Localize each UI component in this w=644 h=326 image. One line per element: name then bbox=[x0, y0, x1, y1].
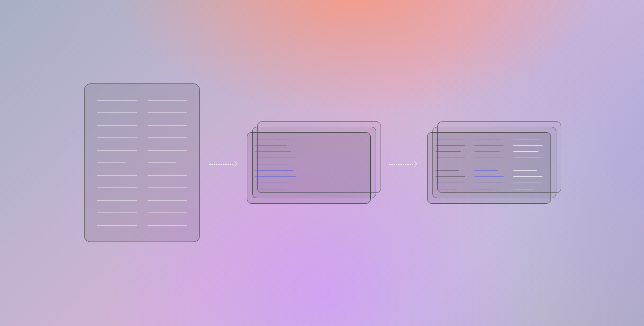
text-line bbox=[148, 150, 187, 150]
output-col-light bbox=[513, 139, 542, 197]
line-gap bbox=[513, 164, 542, 164]
output-col-accent bbox=[475, 139, 504, 197]
text-line bbox=[97, 188, 137, 188]
source-document bbox=[84, 84, 200, 242]
source-document-columns bbox=[97, 100, 187, 226]
text-line bbox=[148, 100, 187, 100]
text-line bbox=[436, 176, 465, 177]
text-line bbox=[148, 188, 187, 188]
line-gap bbox=[475, 164, 504, 164]
text-line bbox=[148, 125, 187, 125]
stack-layer-front bbox=[427, 132, 551, 204]
text-line bbox=[148, 213, 187, 213]
text-line bbox=[475, 139, 501, 139]
text-line bbox=[148, 175, 187, 176]
text-line bbox=[255, 164, 290, 164]
pipeline-diagram bbox=[0, 0, 644, 326]
text-line bbox=[513, 170, 537, 171]
source-document-col-right bbox=[148, 100, 187, 226]
text-line bbox=[97, 150, 137, 150]
text-line bbox=[255, 151, 291, 152]
output-col-dark bbox=[436, 139, 465, 197]
text-line bbox=[97, 113, 137, 113]
text-line bbox=[513, 158, 542, 158]
text-line bbox=[148, 113, 187, 113]
text-line bbox=[475, 151, 500, 152]
line-gap bbox=[436, 164, 465, 164]
text-line bbox=[513, 139, 540, 139]
text-line bbox=[97, 200, 137, 201]
text-line bbox=[475, 170, 498, 171]
text-line bbox=[148, 138, 187, 138]
text-line bbox=[475, 176, 504, 177]
stack-layer-front bbox=[247, 132, 371, 204]
output-content bbox=[436, 139, 542, 197]
text-line bbox=[436, 151, 461, 152]
arrow-head-icon bbox=[233, 162, 238, 167]
text-line bbox=[255, 170, 293, 171]
text-line bbox=[436, 139, 462, 139]
text-line bbox=[148, 225, 187, 226]
arrow-icon bbox=[209, 161, 238, 168]
text-line bbox=[436, 189, 456, 189]
text-line bbox=[97, 163, 126, 163]
output-stack bbox=[427, 121, 561, 206]
text-line bbox=[513, 183, 542, 183]
text-line bbox=[255, 145, 287, 146]
intermediate-content bbox=[255, 139, 296, 189]
text-line bbox=[97, 213, 137, 213]
text-line bbox=[255, 183, 289, 183]
text-line bbox=[475, 189, 495, 189]
text-line bbox=[513, 151, 538, 152]
intermediate-stack bbox=[247, 121, 381, 206]
text-line bbox=[255, 139, 293, 139]
arrow-line bbox=[389, 164, 413, 165]
arrow-icon bbox=[389, 161, 418, 168]
text-line bbox=[436, 170, 459, 171]
text-line bbox=[513, 176, 542, 177]
text-line bbox=[436, 158, 465, 158]
text-line bbox=[97, 175, 137, 176]
text-line bbox=[97, 125, 137, 125]
text-line bbox=[513, 145, 542, 146]
text-line bbox=[475, 158, 504, 158]
text-line bbox=[513, 189, 534, 189]
arrow-line bbox=[209, 164, 233, 165]
source-document-col-left bbox=[97, 100, 137, 226]
arrow-head-icon bbox=[412, 162, 418, 167]
text-line bbox=[475, 183, 504, 183]
text-line bbox=[255, 158, 296, 158]
text-line bbox=[255, 189, 284, 189]
text-line bbox=[148, 163, 176, 163]
text-line bbox=[255, 176, 296, 177]
text-line bbox=[97, 100, 137, 100]
text-line bbox=[97, 225, 137, 226]
text-line bbox=[436, 183, 465, 183]
text-line bbox=[475, 145, 504, 146]
text-line bbox=[148, 200, 187, 201]
text-line bbox=[97, 138, 137, 138]
text-line bbox=[436, 145, 465, 146]
